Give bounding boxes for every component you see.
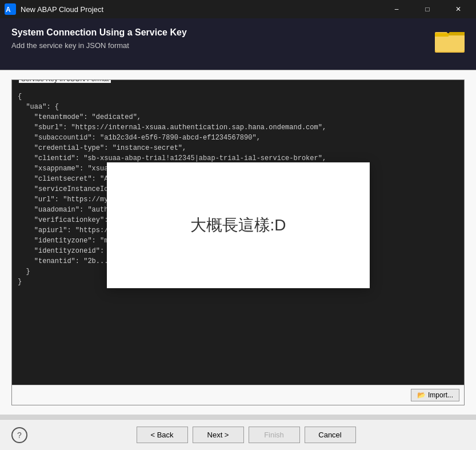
json-group-legend: Service Key in JSON Format (19, 79, 111, 83)
import-bar: 📂 Import... (12, 385, 464, 405)
minimize-button[interactable]: – (383, 0, 410, 18)
footer-buttons: < Back Next > Finish Cancel (27, 427, 465, 443)
window-title: New ABAP Cloud Project (21, 5, 383, 14)
app-icon: A (5, 3, 16, 15)
help-button[interactable]: ? (11, 427, 27, 443)
import-button[interactable]: 📂 Import... (411, 389, 459, 401)
back-button[interactable]: < Back (137, 427, 188, 443)
popup-text: 大概長這樣:D (190, 214, 286, 236)
dialog-header: System Connection Using a Service Key Ad… (0, 18, 476, 70)
popup: 大概長這樣:D (107, 162, 370, 288)
dialog-title: System Connection Using a Service Key (11, 27, 426, 38)
header-text: System Connection Using a Service Key Ad… (11, 27, 426, 50)
dialog-subtitle: Add the service key in JSON format (11, 41, 426, 50)
svg-rect-6 (435, 35, 465, 50)
import-label: Import... (428, 391, 453, 399)
next-button[interactable]: Next > (193, 427, 244, 443)
import-icon: 📂 (417, 391, 426, 399)
close-button[interactable]: ✕ (445, 0, 471, 18)
title-bar: A New ABAP Cloud Project – □ ✕ (0, 0, 476, 18)
cancel-button[interactable]: Cancel (305, 427, 356, 443)
footer-separator (0, 415, 476, 419)
finish-button[interactable]: Finish (249, 427, 300, 443)
window-controls: – □ ✕ (383, 0, 471, 18)
maximize-button[interactable]: □ (414, 0, 441, 18)
svg-rect-7 (435, 33, 449, 37)
help-icon: ? (17, 431, 22, 440)
dialog-footer: ? < Back Next > Finish Cancel (0, 419, 476, 450)
svg-text:A: A (6, 6, 11, 14)
folder-icon (435, 27, 465, 55)
